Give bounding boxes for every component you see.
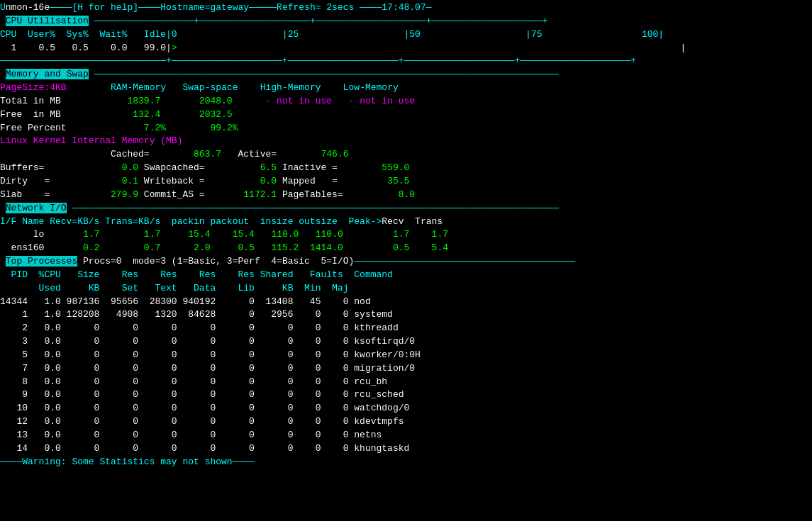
process-row-8: 8 0.0 0 0 0 0 0 0 0 0 rcu_bh [0,376,812,389]
network-section-header: Network I/O ————————————————————————————… [0,202,812,215]
processes-section-header: Top Processes Procs=0 mode=3 (1=Basic, 3… [0,255,812,269]
process-row-3: 3 0.0 0 0 0 0 0 0 0 0 ksoftirqd/0 [0,335,812,349]
header-line: Unmon-16e————[H for help]————Hostname=ga… [0,1,812,15]
process-row-12: 12 0.0 0 0 0 0 0 0 0 0 kdevtmpfs [0,415,812,429]
cpu-row-1: 1 0.5 0.5 0.0 99.0|> | [0,42,812,55]
terminal-screen: Unmon-16e————[H for help]————Hostname=ga… [0,0,812,521]
memory-section-header: Memory and Swap ————————————————————————… [0,68,812,82]
memory-free: Free in MB 132.4 2032.5 [0,108,812,122]
process-row-10: 10 0.0 0 0 0 0 0 0 0 0 watchdog/0 [0,402,812,415]
process-row-7: 7 0.0 0 0 0 0 0 0 0 0 migration/0 [0,362,812,376]
network-lo: lo 1.7 1.7 15.4 15.4 110.0 110.0 1.7 1.7 [0,228,812,242]
memory-dirty: Dirty = 0.1 Writeback = 0.0 Mapped = 35.… [0,175,812,189]
memory-slab: Slab = 279.9 Commit_AS = 1172.1 PageTabl… [0,189,812,202]
memory-free-pct: Free Percent 7.2% 99.2% [0,122,812,135]
process-row-13: 13 0.0 0 0 0 0 0 0 0 0 netns [0,429,812,442]
footer-warning: ————Warning: Some Statistics may not sho… [0,456,812,469]
processes-col-header1: PID %CPU Size Res Res Res Res Shared Fau… [0,269,812,282]
process-row-5: 5 0.0 0 0 0 0 0 0 0 0 kworker/0:0H [0,349,812,362]
process-row-14344: 14344 1.0 987136 95656 28300 940192 0 13… [0,296,812,309]
cpu-separator: ——————————————————————————————+—————————… [0,55,812,68]
process-row-14: 14 0.0 0 0 0 0 0 0 0 0 khungtaskd [0,442,812,456]
process-row-2: 2 0.0 0 0 0 0 0 0 0 0 kthreadd [0,322,812,335]
network-column-header: I/F Name Recv=KB/s Trans=KB/s packin pac… [0,215,812,229]
process-row-9: 9 0.0 0 0 0 0 0 0 0 0 rcu_sched [0,388,812,402]
memory-cached: Cached= 863.7 Active= 746.6 [0,148,812,162]
memory-total: Total in MB 1839.7 2048.0 - not in use -… [0,95,812,108]
cpu-section-header: CPU Utilisation ——————————————————+—————… [0,15,812,28]
memory-buffers: Buffers= 0.0 Swapcached= 6.5 Inactive = … [0,162,812,175]
cpu-column-header: CPU User% Sys% Wait% Idle|0 |25 |50 |75 … [0,28,812,42]
network-ens160: ens160 0.2 0.7 2.0 0.5 115.2 1414.0 0.5 … [0,242,812,255]
kernel-memory-label: Linux Kernel Internal Memory (MB) [0,135,812,148]
process-row-1: 1 1.0 128208 4908 1320 84628 0 2956 0 0 … [0,308,812,322]
processes-col-header2: Used KB Set Text Data Lib KB Min Maj [0,282,812,296]
memory-labels: PageSize:4KB RAM-Memory Swap-space High-… [0,82,812,95]
